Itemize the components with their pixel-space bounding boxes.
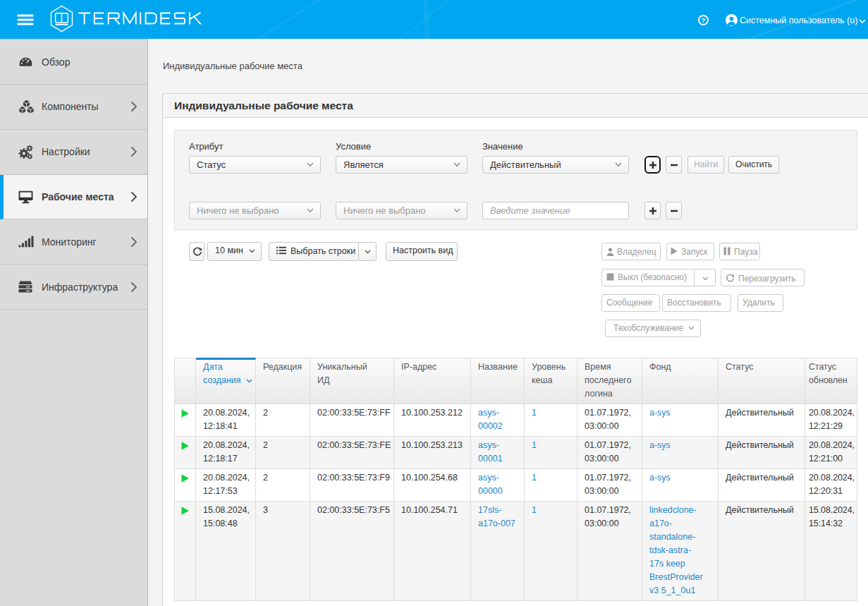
svg-text:?: ? xyxy=(702,16,706,24)
